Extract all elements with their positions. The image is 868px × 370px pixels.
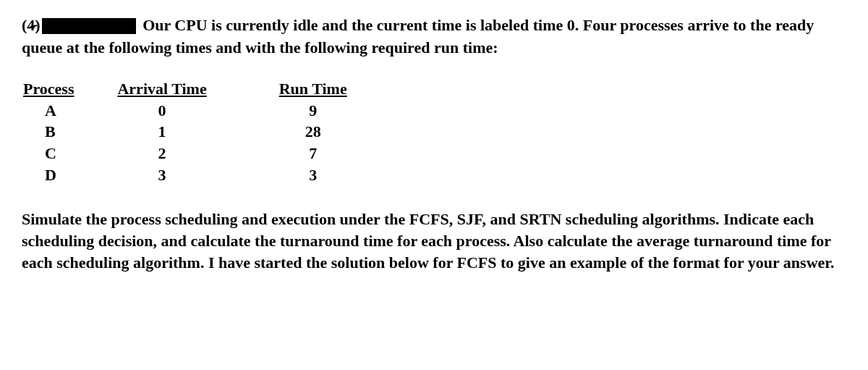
cell-process: B: [23, 121, 56, 143]
cell-arrival: 1: [158, 121, 166, 143]
question-number: (4): [22, 14, 41, 37]
cell-runtime: 9: [309, 100, 317, 122]
cell-runtime: 7: [309, 143, 317, 164]
cell-arrival: 2: [158, 143, 166, 164]
cell-arrival: 0: [158, 100, 166, 122]
header-arrival: Arrival Time: [117, 80, 206, 98]
question-intro: (4) Our CPU is currently idle and the cu…: [22, 14, 846, 59]
cell-process: A: [23, 100, 56, 122]
redacted-block: [42, 18, 136, 34]
cell-process: D: [23, 164, 56, 186]
cell-runtime: 3: [309, 164, 317, 186]
cell-arrival: 3: [158, 164, 166, 186]
cell-process: C: [23, 143, 56, 164]
cell-runtime: 28: [305, 121, 321, 143]
col-process: Process A B C D: [23, 80, 74, 186]
intro-text: Our CPU is currently idle and the curren…: [22, 16, 814, 56]
col-runtime: Run Time 9 28 7 3: [279, 80, 347, 186]
process-table: Process A B C D Arrival Time 0 1 2 3 Run…: [23, 80, 846, 186]
col-arrival: Arrival Time 0 1 2 3: [117, 80, 206, 186]
header-runtime: Run Time: [279, 80, 347, 98]
header-process: Process: [23, 80, 74, 98]
instructions-text: Simulate the process scheduling and exec…: [22, 209, 846, 273]
